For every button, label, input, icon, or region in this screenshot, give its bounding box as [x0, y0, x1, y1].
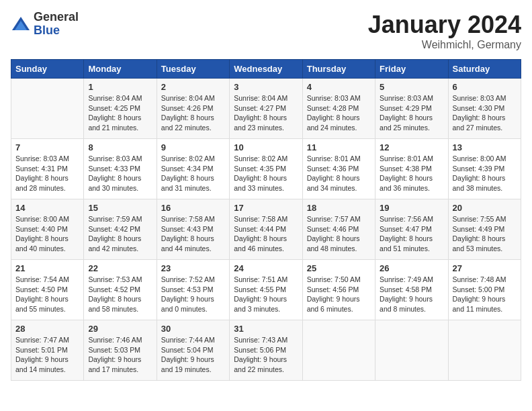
day-number: 12: [380, 142, 443, 152]
calendar-header: SundayMondayTuesdayWednesdayThursdayFrid…: [11, 60, 521, 79]
calendar-cell: 12Sunrise: 8:01 AMSunset: 4:38 PMDayligh…: [375, 139, 448, 199]
day-number: 6: [453, 82, 517, 92]
calendar-cell: 15Sunrise: 7:59 AMSunset: 4:42 PMDayligh…: [84, 199, 157, 260]
weekday-header: Thursday: [302, 60, 375, 79]
day-number: 27: [453, 263, 517, 273]
day-number: 25: [307, 263, 371, 273]
day-info: Sunrise: 8:01 AMSunset: 4:36 PMDaylight:…: [307, 154, 371, 193]
day-number: 3: [234, 82, 298, 92]
calendar-cell: 22Sunrise: 7:53 AMSunset: 4:52 PMDayligh…: [84, 260, 157, 320]
calendar-cell: 13Sunrise: 8:00 AMSunset: 4:39 PMDayligh…: [448, 139, 521, 199]
calendar-cell: [11, 79, 84, 139]
calendar-cell: 4Sunrise: 8:03 AMSunset: 4:28 PMDaylight…: [302, 79, 375, 139]
day-number: 23: [161, 263, 225, 273]
day-info: Sunrise: 7:53 AMSunset: 4:52 PMDaylight:…: [88, 275, 152, 314]
calendar-cell: 29Sunrise: 7:46 AMSunset: 5:03 PMDayligh…: [84, 320, 157, 381]
day-info: Sunrise: 8:03 AMSunset: 4:29 PMDaylight:…: [380, 93, 443, 133]
day-info: Sunrise: 8:04 AMSunset: 4:26 PMDaylight:…: [161, 93, 225, 133]
calendar-cell: 17Sunrise: 7:58 AMSunset: 4:44 PMDayligh…: [230, 199, 302, 260]
day-info: Sunrise: 7:56 AMSunset: 4:47 PMDaylight:…: [380, 214, 443, 254]
calendar-cell: 25Sunrise: 7:50 AMSunset: 4:56 PMDayligh…: [302, 260, 375, 320]
day-info: Sunrise: 8:03 AMSunset: 4:31 PMDaylight:…: [15, 154, 79, 193]
calendar-cell: 14Sunrise: 8:00 AMSunset: 4:40 PMDayligh…: [11, 199, 84, 260]
day-info: Sunrise: 7:44 AMSunset: 5:04 PMDaylight:…: [161, 335, 225, 375]
day-info: Sunrise: 8:01 AMSunset: 4:38 PMDaylight:…: [380, 154, 443, 193]
day-info: Sunrise: 7:58 AMSunset: 4:44 PMDaylight:…: [234, 214, 298, 254]
day-info: Sunrise: 7:47 AMSunset: 5:01 PMDaylight:…: [15, 335, 79, 375]
day-number: 11: [307, 142, 371, 152]
calendar-week-row: 14Sunrise: 8:00 AMSunset: 4:40 PMDayligh…: [11, 199, 521, 260]
weekday-header: Saturday: [448, 60, 521, 79]
day-info: Sunrise: 8:03 AMSunset: 4:30 PMDaylight:…: [453, 93, 517, 133]
day-info: Sunrise: 7:50 AMSunset: 4:56 PMDaylight:…: [307, 275, 371, 314]
day-number: 10: [234, 142, 298, 152]
logo-general: General: [34, 11, 79, 24]
day-info: Sunrise: 8:03 AMSunset: 4:33 PMDaylight:…: [88, 154, 152, 193]
day-number: 29: [88, 324, 152, 334]
day-info: Sunrise: 7:46 AMSunset: 5:03 PMDaylight:…: [88, 335, 152, 375]
day-info: Sunrise: 7:52 AMSunset: 4:53 PMDaylight:…: [161, 275, 225, 314]
day-number: 17: [234, 203, 298, 213]
weekday-header: Friday: [375, 60, 448, 79]
calendar-cell: 28Sunrise: 7:47 AMSunset: 5:01 PMDayligh…: [11, 320, 84, 381]
calendar-cell: 24Sunrise: 7:51 AMSunset: 4:55 PMDayligh…: [230, 260, 302, 320]
calendar-cell: 11Sunrise: 8:01 AMSunset: 4:36 PMDayligh…: [302, 139, 375, 199]
calendar-cell: 26Sunrise: 7:49 AMSunset: 4:58 PMDayligh…: [375, 260, 448, 320]
day-number: 31: [234, 324, 298, 334]
day-number: 14: [15, 203, 79, 213]
calendar-cell: [448, 320, 521, 381]
day-info: Sunrise: 7:54 AMSunset: 4:50 PMDaylight:…: [15, 275, 79, 314]
day-info: Sunrise: 8:03 AMSunset: 4:28 PMDaylight:…: [307, 93, 371, 133]
day-number: 1: [88, 82, 152, 92]
day-info: Sunrise: 7:58 AMSunset: 4:43 PMDaylight:…: [161, 214, 225, 254]
day-number: 15: [88, 203, 152, 213]
day-number: 5: [380, 82, 443, 92]
day-number: 2: [161, 82, 225, 92]
day-number: 26: [380, 263, 443, 273]
calendar-cell: 19Sunrise: 7:56 AMSunset: 4:47 PMDayligh…: [375, 199, 448, 260]
logo-icon: [11, 14, 31, 34]
day-number: 28: [15, 324, 79, 334]
calendar-cell: 18Sunrise: 7:57 AMSunset: 4:46 PMDayligh…: [302, 199, 375, 260]
location-title: Weihmichl, Germany: [368, 39, 521, 51]
page-header: General Blue January 2024 Weihmichl, Ger…: [11, 11, 521, 51]
logo: General Blue: [11, 11, 79, 38]
day-info: Sunrise: 8:00 AMSunset: 4:39 PMDaylight:…: [453, 154, 517, 193]
calendar-cell: 2Sunrise: 8:04 AMSunset: 4:26 PMDaylight…: [157, 79, 229, 139]
day-info: Sunrise: 8:04 AMSunset: 4:27 PMDaylight:…: [234, 93, 298, 133]
calendar-cell: 1Sunrise: 8:04 AMSunset: 4:25 PMDaylight…: [84, 79, 157, 139]
day-number: 9: [161, 142, 225, 152]
day-info: Sunrise: 8:00 AMSunset: 4:40 PMDaylight:…: [15, 214, 79, 254]
day-number: 18: [307, 203, 371, 213]
calendar-cell: 23Sunrise: 7:52 AMSunset: 4:53 PMDayligh…: [157, 260, 229, 320]
title-block: January 2024 Weihmichl, Germany: [368, 11, 521, 51]
day-number: 22: [88, 263, 152, 273]
weekday-header: Wednesday: [230, 60, 302, 79]
day-number: 24: [234, 263, 298, 273]
month-title: January 2024: [368, 11, 521, 39]
calendar-cell: [302, 320, 375, 381]
day-info: Sunrise: 7:49 AMSunset: 4:58 PMDaylight:…: [380, 275, 443, 314]
day-info: Sunrise: 7:51 AMSunset: 4:55 PMDaylight:…: [234, 275, 298, 314]
day-number: 21: [15, 263, 79, 273]
weekday-row: SundayMondayTuesdayWednesdayThursdayFrid…: [11, 60, 521, 79]
calendar-cell: 20Sunrise: 7:55 AMSunset: 4:49 PMDayligh…: [448, 199, 521, 260]
day-number: 20: [453, 203, 517, 213]
calendar-cell: 3Sunrise: 8:04 AMSunset: 4:27 PMDaylight…: [230, 79, 302, 139]
weekday-header: Sunday: [11, 60, 84, 79]
day-number: 4: [307, 82, 371, 92]
calendar-cell: 6Sunrise: 8:03 AMSunset: 4:30 PMDaylight…: [448, 79, 521, 139]
day-info: Sunrise: 8:04 AMSunset: 4:25 PMDaylight:…: [88, 93, 152, 133]
logo-blue: Blue: [34, 24, 79, 38]
day-number: 13: [453, 142, 517, 152]
calendar-cell: 31Sunrise: 7:43 AMSunset: 5:06 PMDayligh…: [230, 320, 302, 381]
day-info: Sunrise: 8:02 AMSunset: 4:34 PMDaylight:…: [161, 154, 225, 193]
weekday-header: Tuesday: [157, 60, 229, 79]
day-number: 19: [380, 203, 443, 213]
calendar-table: SundayMondayTuesdayWednesdayThursdayFrid…: [11, 59, 521, 381]
calendar-cell: 7Sunrise: 8:03 AMSunset: 4:31 PMDaylight…: [11, 139, 84, 199]
calendar-cell: [375, 320, 448, 381]
calendar-cell: 30Sunrise: 7:44 AMSunset: 5:04 PMDayligh…: [157, 320, 229, 381]
calendar-cell: 9Sunrise: 8:02 AMSunset: 4:34 PMDaylight…: [157, 139, 229, 199]
calendar-body: 1Sunrise: 8:04 AMSunset: 4:25 PMDaylight…: [11, 79, 521, 381]
